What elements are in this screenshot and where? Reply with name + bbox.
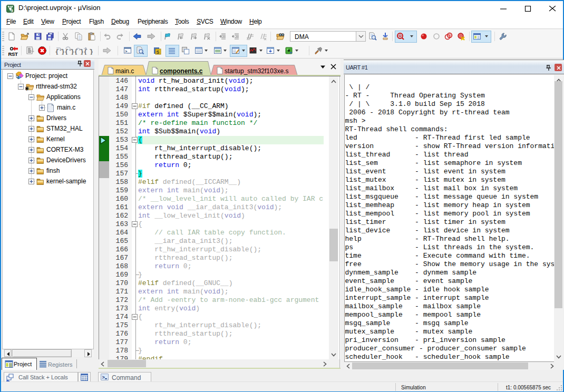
svg-text:>_: >_ <box>125 50 130 54</box>
svg-text:{}: {} <box>55 48 65 55</box>
svg-text:✳: ✳ <box>25 85 30 91</box>
svg-text:5: 5 <box>11 8 13 13</box>
svg-text:S: S <box>157 50 160 55</box>
svg-text:>: > <box>102 375 105 380</box>
svg-text:{}: {} <box>74 48 84 55</box>
svg-text:RST: RST <box>8 51 18 57</box>
